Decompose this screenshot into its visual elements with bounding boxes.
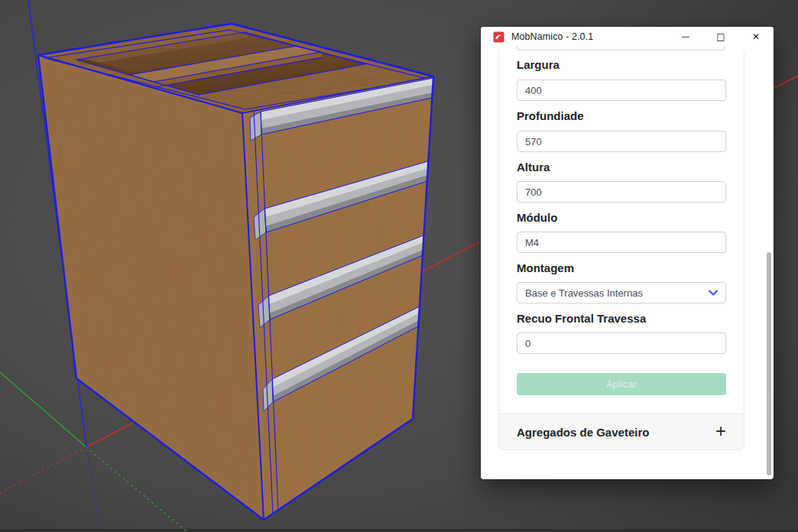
minimize-button[interactable]: — <box>668 27 703 47</box>
maximize-button[interactable]: □ <box>703 27 738 47</box>
label-profundiade: Profundiade <box>517 109 584 122</box>
label-modulo: Módulo <box>517 211 557 224</box>
chevron-down-icon <box>709 290 718 296</box>
montagem-selected-value: Base e Travessas Internas <box>525 287 643 299</box>
parameters-form-card: Largura Profundiade Altura Módulo Montag… <box>498 51 744 450</box>
window-controls: — □ ✕ <box>668 27 774 47</box>
label-altura: Altura <box>517 161 550 174</box>
sketchup-viewport-stage: MobNamico - 2.0.1 — □ ✕ Largura Profundi… <box>0 0 798 532</box>
label-montagem: Montagem <box>517 261 574 274</box>
window-titlebar[interactable]: MobNamico - 2.0.1 — □ ✕ <box>481 27 774 47</box>
modulo-input[interactable] <box>517 232 726 253</box>
add-agregado-icon[interactable]: + <box>715 422 726 440</box>
agregados-section-header[interactable]: Agregados de Gaveteiro + <box>498 414 744 450</box>
profundiade-input[interactable] <box>517 131 726 152</box>
label-recuo-frontal-travessa: Recuo Frontal Travessa <box>517 312 646 325</box>
montagem-select[interactable]: Base e Travessas Internas <box>517 282 726 303</box>
largura-input[interactable] <box>517 79 726 101</box>
agregados-title: Agregados de Gaveteiro <box>517 426 649 439</box>
scrollbar-thumb[interactable] <box>767 252 771 475</box>
close-button[interactable]: ✕ <box>738 27 774 47</box>
altura-input[interactable] <box>517 181 726 203</box>
aplicar-button[interactable]: Aplicar <box>517 373 726 395</box>
mobnamico-app-icon <box>493 31 504 43</box>
recuo-frontal-travessa-input[interactable] <box>517 332 726 354</box>
label-largura: Largura <box>517 58 560 71</box>
window-title: MobNamico - 2.0.1 <box>511 31 593 42</box>
mobnamico-window: MobNamico - 2.0.1 — □ ✕ Largura Profundi… <box>481 27 774 479</box>
viewport-bottom-edge <box>0 529 798 532</box>
